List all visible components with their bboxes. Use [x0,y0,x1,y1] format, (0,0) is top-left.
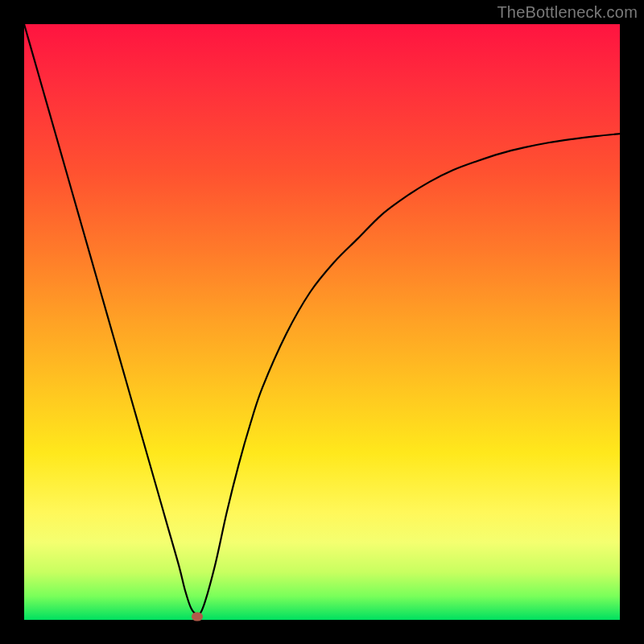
chart-frame: TheBottleneck.com [0,0,644,644]
curve-layer [24,24,620,620]
min-point-marker [192,613,203,621]
bottleneck-curve [24,24,620,614]
plot-area [24,24,620,620]
watermark-text: TheBottleneck.com [497,3,638,22]
